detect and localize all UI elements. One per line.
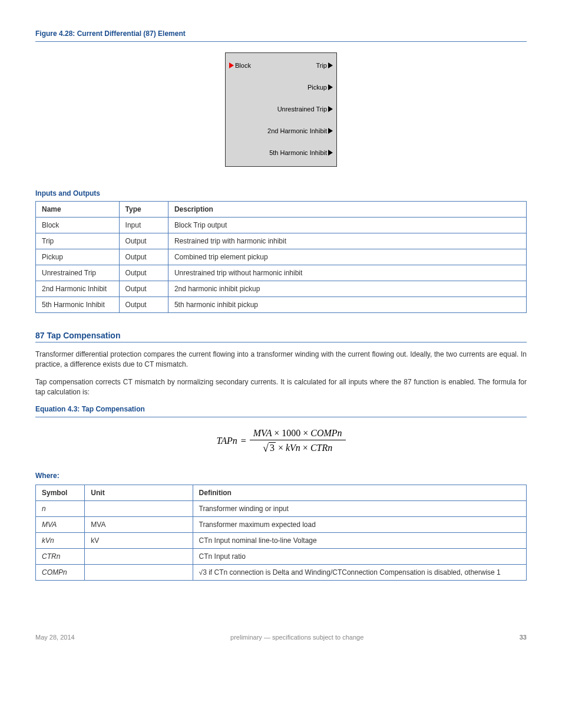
cell-symbol: n [36,500,85,516]
cell-unit: kV [85,532,193,548]
th-unit: Unit [85,485,193,500]
table-row: TripOutputRestrained trip with harmonic … [36,233,527,249]
cell-def: √3 if CTn connection is Delta and Windin… [193,564,526,580]
cell-def: Transformer winding or input [193,500,526,516]
eq-lhs: TAPn [216,436,237,446]
cell-desc: Combined trip element pickup [168,249,526,265]
cell-name: Trip [36,233,120,249]
cell-desc: Unrestrained trip without harmonic inhib… [168,265,526,281]
cell-symbol: kVn [36,532,85,548]
cell-type: Input [119,218,168,233]
port-label: Block [235,62,251,69]
body-para-1: Transformer differential protection comp… [35,350,527,370]
th-name: Name [36,202,120,218]
port-label: Trip [316,62,327,69]
cell-type: Output [119,249,168,265]
port-trip: Trip [316,62,333,69]
cell-symbol: MVA [36,516,85,532]
table-header-row: Symbol Unit Definition [36,485,527,500]
port-label: 2nd Harmonic Inhibit [267,127,327,134]
cell-desc: Restrained trip with harmonic inhibit [168,233,526,249]
table-row: MVAMVATransformer maximum expected load [36,516,527,532]
figure-title: Figure 4.28: Current Differential (87) E… [35,29,527,38]
port-label: 5th Harmonic Inhibit [269,149,327,156]
table-row: Unrestrained TripOutputUnrestrained trip… [36,265,527,281]
cell-name: Block [36,218,120,233]
triangle-icon [328,150,333,156]
port-pickup: Pickup [308,84,333,91]
th-desc: Description [168,202,526,218]
port-label: Unrestrained Trip [277,106,327,113]
eq-numerator: MVA × 1000 × COMPn [250,428,346,440]
port-block: Block [229,62,251,69]
table-row: PickupOutputCombined trip element pickup [36,249,527,265]
cell-symbol: CTRn [36,548,85,564]
cell-name: Unrestrained Trip [36,265,120,281]
triangle-icon [328,62,333,68]
cell-unit [85,500,193,516]
table-row: BlockInputBlock Trip output [36,218,527,233]
cell-name: 2nd Harmonic Inhibit [36,281,120,297]
cell-type: Output [119,297,168,313]
port-5th-harmonic: 5th Harmonic Inhibit [269,149,333,156]
triangle-icon [229,62,234,68]
cell-type: Output [119,233,168,249]
cell-def: Transformer maximum expected load [193,516,526,532]
cell-unit [85,564,193,580]
cell-desc: 5th harmonic inhibit pickup [168,297,526,313]
footer-page: 33 [520,634,527,641]
body-para-2: Tap compensation corrects CT mismatch by… [35,377,527,398]
ports-table-title: Inputs and Outputs [35,189,527,197]
table-header-row: Name Type Description [36,202,527,218]
eq-fraction: MVA × 1000 × COMPn √3 × kVn × CTRn [250,428,346,454]
triangle-icon [328,128,333,134]
port-2nd-harmonic: 2nd Harmonic Inhibit [267,127,333,134]
figure-rule [35,41,527,42]
cell-name: 5th Harmonic Inhibit [36,297,120,313]
block-diagram: Block Trip Pickup Unrestrained Trip 2nd … [225,52,337,167]
section-heading: 87 Tap Compensation [35,331,527,342]
footer-date: May 28, 2014 [35,634,75,641]
table-row: 2nd Harmonic InhibitOutput2nd harmonic i… [36,281,527,297]
table-row: CTRnCTn Input ratio [36,548,527,564]
ports-table: Name Type Description BlockInputBlock Tr… [35,201,527,313]
cell-desc: 2nd harmonic inhibit pickup [168,281,526,297]
table-row: 5th Harmonic InhibitOutput5th harmonic i… [36,297,527,313]
page-footer: May 28, 2014 preliminary — specification… [35,634,527,641]
table-row: nTransformer winding or input [36,500,527,516]
cell-desc: Block Trip output [168,218,526,233]
eq-denominator: √3 × kVn × CTRn [250,440,346,454]
eq-equals: = [241,436,246,446]
triangle-icon [328,106,333,112]
equation-rule [35,417,527,417]
cell-def: CTn Input nominal line-to-line Voltage [193,532,526,548]
table-row: kVnkVCTn Input nominal line-to-line Volt… [36,532,527,548]
th-def: Definition [193,485,526,500]
cell-def: CTn Input ratio [193,548,526,564]
cell-name: Pickup [36,249,120,265]
block-diagram-wrap: Block Trip Pickup Unrestrained Trip 2nd … [35,52,527,167]
th-symbol: Symbol [36,485,85,500]
cell-unit: MVA [85,516,193,532]
footer-mid: preliminary — specifications subject to … [75,634,520,641]
cell-symbol: COMPn [36,564,85,580]
equation-title: Equation 4.3: Tap Compensation [35,405,527,413]
cell-type: Output [119,281,168,297]
where-title: Where: [35,472,527,480]
table-row: COMPn√3 if CTn connection is Delta and W… [36,564,527,580]
cell-unit [85,548,193,564]
cell-type: Output [119,265,168,281]
tap-equation: TAPn = MVA × 1000 × COMPn √3 × kVn × CTR… [35,428,527,454]
port-unrestrained: Unrestrained Trip [277,106,333,113]
port-label: Pickup [308,84,327,91]
triangle-icon [328,84,333,90]
th-type: Type [119,202,168,218]
where-table: Symbol Unit Definition nTransformer wind… [35,485,527,581]
